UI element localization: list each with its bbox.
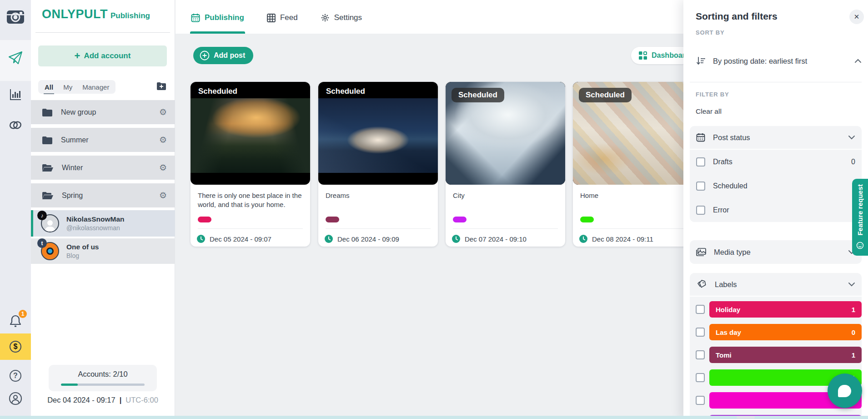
tab-all[interactable]: All (45, 83, 53, 91)
sort-option-row[interactable]: By posting date: earliest first (696, 54, 862, 68)
rail-item-help[interactable]: ? (0, 367, 31, 385)
label-pill[interactable]: Las day 0 (709, 324, 862, 340)
clock-icon (197, 235, 205, 243)
post-date: Dec 08 2024 - 09:11 (592, 235, 653, 243)
option-count: 0 (851, 158, 855, 166)
option-label: Scheduled (713, 182, 848, 190)
gear-icon[interactable]: ⚙ (159, 191, 167, 200)
group-row-spring[interactable]: Spring ⚙ (31, 183, 175, 207)
post-date: Dec 07 2024 - 09:10 (465, 235, 527, 243)
media-type-header[interactable]: Media type (690, 240, 862, 264)
calendar-icon (696, 133, 705, 142)
drafts-checkbox[interactable] (696, 157, 705, 167)
label-checkbox[interactable] (696, 373, 705, 382)
gear-icon[interactable]: ⚙ (159, 163, 167, 172)
add-group-folder-icon[interactable] (156, 82, 166, 90)
account-handle: Blog (66, 252, 99, 260)
post-card[interactable]: Scheduled City Dec 07 2024 - 09:10 (446, 82, 565, 247)
divider (35, 32, 170, 33)
tab-feed[interactable]: Feed (267, 0, 298, 34)
tab-my[interactable]: My (63, 83, 72, 91)
scheduled-checkbox[interactable] (696, 182, 705, 191)
brand-logo[interactable]: ONLYPULT Publishing (42, 7, 150, 21)
label-pill[interactable]: Holiday 1 (709, 301, 862, 318)
clear-all-link[interactable]: Clear all (696, 107, 722, 116)
post-status-section: Post status Drafts 0 Scheduled Error (690, 126, 862, 222)
filter-by-heading: FILTER BY (696, 91, 729, 98)
folder-open-icon (42, 192, 54, 200)
tab-publishing[interactable]: Publishing (191, 0, 244, 34)
account-filter-tabs: All My Manager (38, 80, 115, 94)
post-date: Dec 05 2024 - 09:07 (210, 235, 271, 243)
label-pill[interactable]: Tomi 1 (709, 347, 862, 363)
tumblr-icon: t (37, 238, 47, 248)
calendar-icon (191, 13, 200, 22)
error-checkbox[interactable] (696, 206, 705, 215)
status-badge: Scheduled (452, 88, 504, 102)
post-card[interactable]: Scheduled Dreams Dec 06 2024 - 09:09 (318, 82, 438, 247)
chevron-up-icon (854, 59, 862, 63)
gear-icon[interactable]: ⚙ (159, 136, 167, 144)
add-account-button[interactable]: + Add account (38, 45, 167, 66)
filter-option-scheduled: Scheduled (690, 174, 862, 198)
group-row-new-group[interactable]: New group ⚙ (31, 100, 175, 124)
gear-icon (321, 13, 330, 22)
label-name: Tomi (716, 351, 852, 359)
rail-item-profile[interactable] (0, 389, 31, 408)
brand-name: ONLYPULT (42, 7, 108, 21)
account-row-one-of-us[interactable]: t One of us Blog (31, 238, 175, 264)
label-count: 1 (852, 306, 855, 313)
brand-product: Publishing (110, 11, 150, 20)
grid-icon (267, 14, 276, 22)
paper-plane-icon (8, 51, 23, 65)
dashboard-button[interactable]: Dashboard (631, 47, 691, 64)
label-checkbox[interactable] (696, 328, 705, 337)
group-row-summer[interactable]: Summer ⚙ (31, 128, 175, 152)
group-name: New group (61, 108, 151, 116)
post-media: Scheduled (318, 82, 438, 185)
tab-label: Settings (334, 13, 362, 22)
rail-item-analytics[interactable] (0, 86, 31, 104)
bell-icon: 1 (9, 314, 22, 328)
plus-circle-icon (200, 50, 210, 61)
dashboard-icon (638, 51, 647, 60)
scrollbar-thumb[interactable] (737, 416, 755, 419)
post-caption: Dreams (326, 191, 431, 200)
post-card[interactable]: Scheduled Home Dec 08 2024 - 09:11 (573, 82, 692, 247)
account-name: One of us (66, 242, 99, 252)
group-row-winter[interactable]: Winter ⚙ (31, 156, 175, 180)
notification-badge: 1 (19, 310, 27, 318)
close-icon[interactable]: ✕ (849, 10, 864, 24)
folder-open-icon (42, 164, 54, 172)
current-date: Dec 04 2024 - 09:17 (47, 396, 115, 404)
rail-item-links[interactable] (0, 116, 31, 134)
account-row-nikolassnowman[interactable]: ♪ NikolasSnowMan @nikolassnowman (31, 210, 175, 237)
sidebar: ONLYPULT Publishing + Add account All My… (31, 0, 175, 419)
label-checkbox[interactable] (696, 350, 705, 359)
feature-request-tab[interactable]: Feature request (852, 179, 868, 256)
account-name: NikolasSnowMan (66, 215, 124, 224)
rail-item-notifications[interactable]: 1 (0, 311, 31, 331)
labels-header[interactable]: Labels (690, 273, 862, 297)
usage-progress-track (61, 384, 145, 386)
horizontal-scrollbar[interactable] (0, 416, 868, 419)
add-account-label: Add account (84, 51, 130, 61)
post-card[interactable]: Scheduled There is only one best place i… (191, 82, 310, 247)
add-post-button[interactable]: Add post (193, 47, 253, 64)
tab-settings[interactable]: Settings (321, 0, 362, 34)
label-checkbox[interactable] (696, 305, 705, 314)
post-caption: City (453, 191, 559, 200)
rail-item-billing[interactable]: $ (0, 333, 31, 360)
post-label-color (198, 217, 211, 222)
post-status-header[interactable]: Post status (690, 126, 862, 150)
gear-icon[interactable]: ⚙ (159, 108, 167, 116)
tab-manager[interactable]: Manager (82, 83, 109, 91)
sorting-filters-panel: Sorting and filters ✕ SORT BY By posting… (683, 0, 868, 419)
tab-label: Publishing (205, 13, 244, 22)
label-checkbox[interactable] (696, 396, 705, 405)
app-logo-camera[interactable] (0, 6, 31, 26)
clock-icon (579, 235, 587, 243)
chat-launcher-button[interactable] (828, 374, 862, 408)
rail-item-publishing[interactable] (0, 48, 31, 68)
post-media: Scheduled (191, 82, 310, 185)
